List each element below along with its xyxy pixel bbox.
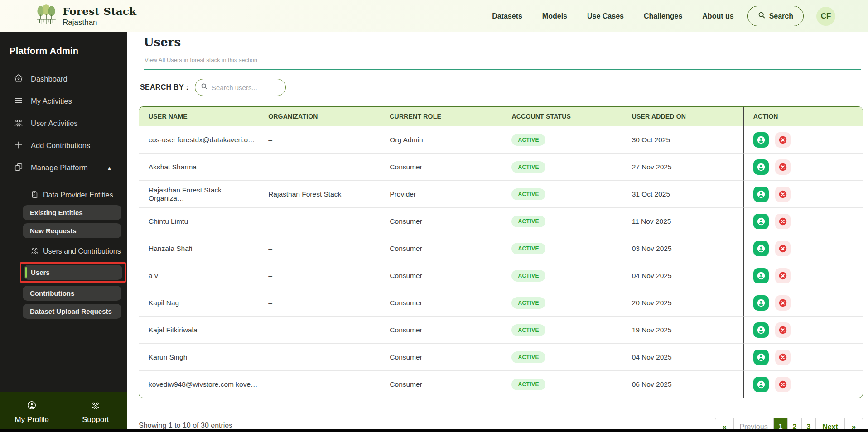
sidebar: Platform Admin Dashboard My Activities: [0, 32, 127, 392]
submenu-data-provider-entities[interactable]: Data Provider Entities: [13, 185, 127, 205]
deactivate-user-button[interactable]: [775, 132, 791, 148]
view-user-button[interactable]: [753, 377, 769, 392]
search-button[interactable]: Search: [747, 6, 804, 26]
deactivate-user-button[interactable]: [775, 350, 791, 365]
cell-user-added-on: 04 Nov 2025: [622, 262, 743, 289]
view-user-button[interactable]: [753, 187, 769, 202]
cell-account-status: ACTIVE: [502, 180, 622, 207]
plus-icon: [14, 140, 24, 152]
status-badge: ACTIVE: [511, 324, 545, 336]
title-divider: [144, 69, 861, 70]
sidebar-footer: My Profile Support: [0, 392, 127, 432]
cell-user-added-on: 20 Nov 2025: [622, 289, 743, 316]
cell-user-added-on: 27 Nov 2025: [622, 153, 743, 180]
deactivate-user-button[interactable]: [775, 187, 791, 202]
cell-account-status: ACTIVE: [502, 262, 622, 289]
cell-account-status: ACTIVE: [502, 153, 622, 180]
page-subtitle: View All Users in forest stack in this s…: [145, 57, 257, 63]
sidebar-item-user-activities[interactable]: User Activities: [0, 112, 127, 134]
view-user-button[interactable]: [753, 214, 769, 229]
cell-user-added-on: 19 Nov 2025: [622, 316, 743, 343]
submenu-existing-entities[interactable]: Existing Entities: [23, 205, 121, 220]
cell-action: [743, 316, 863, 343]
cell-action: [743, 126, 863, 153]
table-row: Hanzala Shafi – Consumer ACTIVE 03 Nov 2…: [139, 235, 863, 262]
cell-current-role: Consumer: [380, 289, 502, 316]
status-badge: ACTIVE: [511, 270, 545, 282]
person-circle-icon: [27, 400, 37, 412]
submenu-new-requests[interactable]: New Requests: [23, 223, 121, 238]
cell-user-added-on: 31 Oct 2025: [622, 180, 743, 207]
sidebar-item-my-activities[interactable]: My Activities: [0, 90, 127, 112]
cell-user-name: cos-user forestdx@datakaveri.o…: [139, 126, 259, 153]
entity-doc-icon: [30, 190, 39, 201]
view-user-button[interactable]: [753, 295, 769, 311]
submenu-contributions[interactable]: Contributions: [23, 286, 121, 301]
cell-organization: –: [259, 343, 380, 370]
cell-user-name: Rajasthan Forest Stack Organiza…: [139, 180, 259, 207]
brand-title: Forest Stack: [63, 5, 136, 17]
cell-account-status: ACTIVE: [502, 207, 622, 235]
table-row: a v – Consumer ACTIVE 04 Nov 2025: [139, 262, 863, 289]
deactivate-user-button[interactable]: [775, 322, 791, 338]
main-content: Users View All Users in forest stack in …: [127, 32, 868, 432]
cell-current-role: Consumer: [380, 316, 502, 343]
col-organization: ORGANIZATION: [259, 107, 380, 126]
view-user-button[interactable]: [753, 350, 769, 365]
cell-action: [743, 262, 863, 289]
cell-account-status: ACTIVE: [502, 126, 622, 153]
table-row: cos-user forestdx@datakaveri.o… – Org Ad…: [139, 126, 863, 153]
cell-user-added-on: 30 Oct 2025: [622, 126, 743, 153]
view-user-button[interactable]: [753, 322, 769, 338]
cell-account-status: ACTIVE: [502, 370, 622, 398]
topbar: Forest Stack Rajasthan Datasets Models U…: [0, 0, 868, 32]
deactivate-user-button[interactable]: [775, 241, 791, 256]
cell-organization: –: [259, 289, 380, 316]
status-badge: ACTIVE: [511, 297, 545, 309]
deactivate-user-button[interactable]: [775, 295, 791, 311]
view-user-button[interactable]: [753, 159, 769, 175]
user-avatar[interactable]: CF: [816, 7, 835, 26]
magnifier-icon: [201, 83, 208, 92]
cell-organization: –: [259, 235, 380, 262]
chevron-up-icon: ▲: [107, 165, 112, 171]
cell-account-status: ACTIVE: [502, 289, 622, 316]
cell-account-status: ACTIVE: [502, 343, 622, 370]
my-profile-button[interactable]: My Profile: [0, 392, 64, 432]
table-row: Kapil Nag – Consumer ACTIVE 20 Nov 2025: [139, 289, 863, 316]
status-badge: ACTIVE: [511, 161, 545, 173]
cell-current-role: Consumer: [380, 262, 502, 289]
sidebar-item-dashboard[interactable]: Dashboard: [0, 68, 127, 90]
view-user-button[interactable]: [753, 241, 769, 256]
nav-about-us[interactable]: About us: [702, 12, 733, 20]
cell-action: [743, 207, 863, 235]
sidebar-item-manage-platform[interactable]: Manage Platform ▲: [0, 157, 127, 179]
nav-use-cases[interactable]: Use Cases: [587, 12, 624, 20]
cell-user-added-on: 06 Nov 2025: [622, 370, 743, 398]
deactivate-user-button[interactable]: [775, 268, 791, 283]
support-button[interactable]: Support: [64, 392, 128, 432]
nav-models[interactable]: Models: [542, 12, 567, 20]
submenu-dataset-upload-requests[interactable]: Dataset Upload Requests: [23, 304, 121, 319]
status-badge: ACTIVE: [511, 351, 545, 363]
cell-user-name: Karun Singh: [139, 343, 259, 370]
home-icon: [14, 73, 24, 85]
submenu-users[interactable]: Users: [24, 265, 122, 280]
view-user-button[interactable]: [753, 268, 769, 283]
table-row: Chintu Limtu – Consumer ACTIVE 11 Nov 20…: [139, 207, 863, 235]
status-badge: ACTIVE: [511, 188, 545, 200]
submenu-users-and-contributions[interactable]: Users and Contributions: [13, 241, 127, 261]
view-user-button[interactable]: [753, 132, 769, 148]
col-action: ACTION: [743, 107, 863, 126]
brand-logo[interactable]: Forest Stack Rajasthan: [35, 4, 136, 29]
cell-user-name: a v: [139, 262, 259, 289]
cell-action: [743, 289, 863, 316]
nav-challenges[interactable]: Challenges: [644, 12, 682, 20]
nav-datasets[interactable]: Datasets: [492, 12, 522, 20]
table-row: kovediw948@wivstore.com kove… – Consumer…: [139, 370, 863, 398]
deactivate-user-button[interactable]: [775, 159, 791, 175]
deactivate-user-button[interactable]: [775, 214, 791, 229]
search-users-input[interactable]: [212, 84, 275, 91]
sidebar-item-add-contributions[interactable]: Add Contributions: [0, 134, 127, 157]
deactivate-user-button[interactable]: [775, 377, 791, 392]
